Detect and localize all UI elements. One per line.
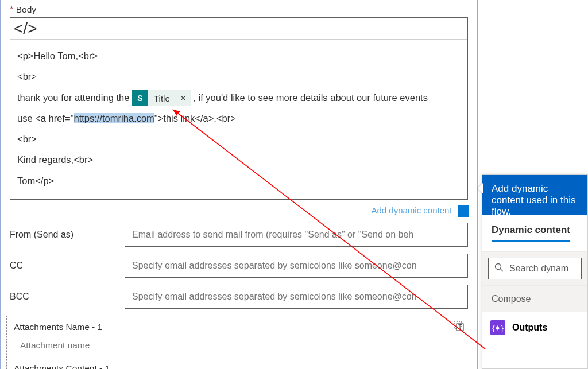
popout-header: Add dynamic content used in this flow. <box>482 175 587 215</box>
cc-label: CC <box>10 261 113 271</box>
from-input[interactable] <box>125 223 468 247</box>
compose-icon: {✶} <box>490 320 505 335</box>
body-line: <br> <box>17 134 37 144</box>
dynamic-token-title[interactable]: S Title ✕ <box>132 90 191 106</box>
body-line: Kind regards,<br> <box>17 154 93 165</box>
body-line: <p>Hello Tom,<br> <box>17 51 98 61</box>
body-line: <br> <box>17 71 37 81</box>
highlighted-url: https://tomriha.com <box>74 113 154 123</box>
required-indicator: * <box>10 5 16 14</box>
search-dynamic-content-input[interactable]: Search dynam <box>488 258 582 279</box>
switch-to-detail-icon[interactable]: T <box>452 320 465 335</box>
svg-line-4 <box>500 269 503 271</box>
from-label: From (Send as) <box>10 230 113 240</box>
attachments-section: T Attachments Name - 1 Attachments Conte… <box>6 316 471 369</box>
bcc-input[interactable] <box>125 285 468 309</box>
attachments-name-label: Attachments Name - 1 <box>14 322 464 332</box>
dynamic-content-popout: Add dynamic content used in this flow. D… <box>482 174 588 369</box>
code-view-toggle[interactable]: </> <box>10 18 467 40</box>
body-line: use <a href=" <box>17 113 74 123</box>
add-dynamic-content-link[interactable]: Add dynamic content <box>371 205 451 215</box>
body-line: , if you'd like to see more details abou… <box>193 92 428 103</box>
email-action-card: * Body </> <p>Hello Tom,<br> <br> thank … <box>0 0 478 369</box>
popout-caret-icon <box>478 183 483 193</box>
body-content-area[interactable]: <p>Hello Tom,<br> <br> thank you for att… <box>10 40 467 199</box>
body-line: thank you for attending the <box>17 92 132 103</box>
body-editor[interactable]: </> <p>Hello Tom,<br> <br> thank you for… <box>10 17 468 200</box>
tab-dynamic-content[interactable]: Dynamic content <box>492 224 570 242</box>
search-icon <box>494 263 504 274</box>
cc-input[interactable] <box>125 254 468 278</box>
bcc-label: BCC <box>10 292 113 302</box>
code-icon: </> <box>14 20 37 38</box>
close-icon[interactable]: ✕ <box>176 91 191 106</box>
body-label: Body <box>16 5 36 14</box>
token-label: Title <box>148 89 176 108</box>
search-placeholder: Search dynam <box>509 263 568 274</box>
outputs-label: Outputs <box>512 323 547 333</box>
add-dynamic-content-badge-icon[interactable] <box>458 205 469 217</box>
body-line: Tom</p> <box>17 176 54 186</box>
attachments-content-label: Attachments Content - 1 <box>14 363 464 369</box>
section-compose: Compose <box>482 286 587 312</box>
svg-text:T: T <box>458 324 462 330</box>
sharepoint-icon: S <box>132 90 148 106</box>
dynamic-content-item-outputs[interactable]: {✶} Outputs <box>482 312 587 343</box>
body-line: ">this link</a>.<br> <box>154 113 236 123</box>
attachments-name-input[interactable] <box>14 335 404 356</box>
